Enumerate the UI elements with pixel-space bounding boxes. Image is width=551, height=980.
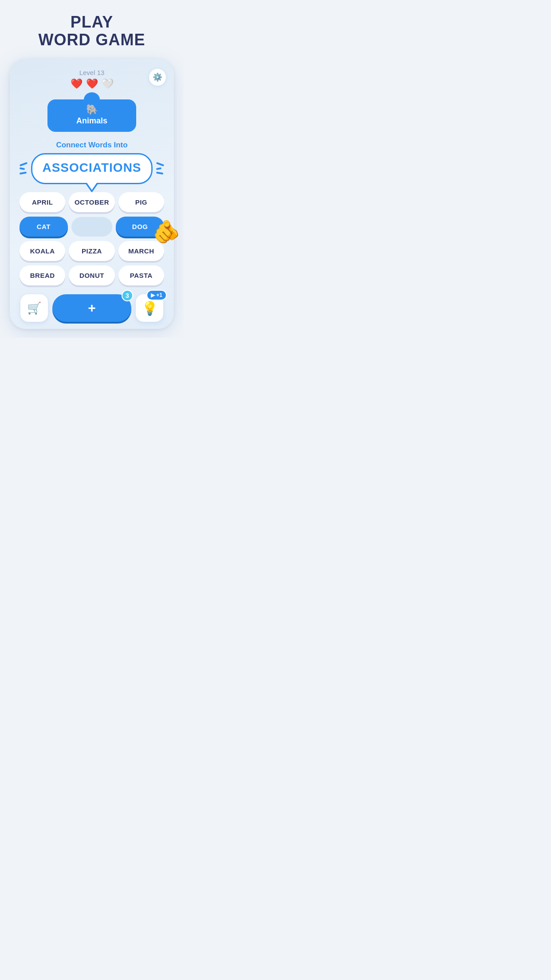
level-label: Level 13 [71, 69, 114, 76]
hint-button-container: ▶ +1 💡 [136, 294, 163, 322]
hint-badge: ▶ +1 [146, 290, 167, 300]
word-april[interactable]: APRIL [20, 192, 65, 212]
word-donut[interactable]: DONUT [69, 265, 114, 285]
associations-word: ASSOCIATIONS [42, 161, 141, 174]
add-icon: + [88, 300, 96, 316]
add-badge: 3 [122, 290, 133, 301]
category-banner: 🐘 Animals [47, 99, 136, 132]
settings-button[interactable]: ⚙️ [149, 69, 166, 86]
connect-words-section: Connect Words Into [18, 141, 166, 150]
associations-speech-bubble: ASSOCIATIONS [31, 153, 152, 184]
word-pasta[interactable]: PASTA [118, 265, 164, 285]
sparks-left [20, 163, 28, 174]
word-row-2: CAT DOG 🫵 [20, 217, 164, 237]
gear-icon: ⚙️ [153, 72, 162, 82]
subtitle-text: Connect Words Into [18, 141, 166, 150]
page-title: PLAY WORD GAME [39, 13, 146, 48]
shop-button[interactable]: 🛒 [20, 294, 48, 322]
play-icon: ▶ [151, 292, 155, 298]
word-row-4: BREAD DONUT PASTA [20, 265, 164, 285]
associations-bubble: ASSOCIATIONS [18, 153, 166, 184]
elephant-icon: 🐘 [60, 104, 124, 115]
phone-frame: Level 13 ❤️ ❤️ 🤍 ⚙️ 🐘 Animals Connect Wo… [10, 59, 174, 329]
bottom-bar: 🛒 3 + ▶ +1 💡 [18, 294, 166, 322]
word-pizza[interactable]: PIZZA [69, 241, 114, 261]
level-info: Level 13 ❤️ ❤️ 🤍 [71, 69, 114, 90]
heart-1: ❤️ [71, 78, 83, 90]
word-october[interactable]: OCTOBER [69, 192, 114, 212]
word-row-3: KOALA PIZZA MARCH [20, 241, 164, 261]
word-cat[interactable]: CAT [20, 217, 68, 237]
top-bar: Level 13 ❤️ ❤️ 🤍 ⚙️ [18, 69, 166, 90]
add-button-container: 3 + [52, 294, 131, 322]
hearts-row: ❤️ ❤️ 🤍 [71, 78, 114, 90]
word-koala[interactable]: KOALA [20, 241, 65, 261]
word-march[interactable]: MARCH [118, 241, 164, 261]
bulb-icon: 💡 [142, 300, 158, 316]
category-label: Animals [60, 116, 124, 126]
cart-icon: 🛒 [27, 301, 41, 315]
word-bread[interactable]: BREAD [20, 265, 65, 285]
heart-2: ❤️ [86, 78, 98, 90]
word-dog[interactable]: DOG [116, 217, 164, 237]
heart-3: 🤍 [102, 78, 114, 90]
sparks-right [156, 163, 164, 174]
hint-badge-text: +1 [156, 292, 162, 298]
word-row-1: APRIL OCTOBER PIG [20, 192, 164, 212]
word-pig[interactable]: PIG [118, 192, 164, 212]
add-button[interactable]: + [52, 294, 131, 322]
word-grid: APRIL OCTOBER PIG CAT DOG 🫵 KOALA PIZZA … [18, 192, 166, 285]
